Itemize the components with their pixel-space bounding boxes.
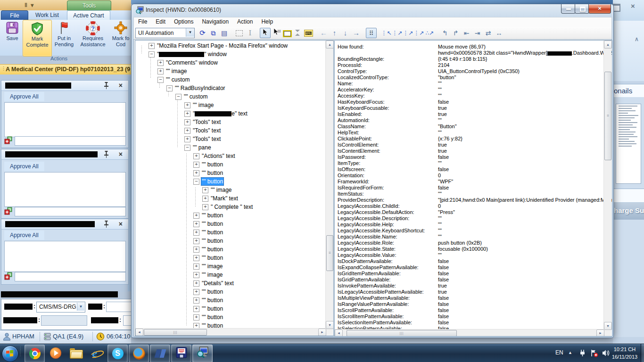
tree-item[interactable]: +"" image bbox=[135, 67, 334, 75]
panel-list-box[interactable] bbox=[4, 172, 126, 207]
tree-item-label[interactable]: "" RadBusyIndicator bbox=[174, 84, 226, 92]
menu-options[interactable]: Options bbox=[170, 17, 198, 26]
collapse-icon[interactable] bbox=[292, 28, 303, 38]
patient-banner[interactable]: ⋮ A Medical Center (PID-DF) hp07102013_2… bbox=[0, 64, 131, 75]
taskbar-item-internet-explorer[interactable]: e bbox=[86, 345, 106, 362]
nav-left-icon[interactable]: ← bbox=[318, 28, 329, 38]
tree-item-label[interactable]: "" button bbox=[201, 228, 224, 237]
thumbnails-panel-header[interactable]: onails bbox=[613, 84, 644, 98]
tree-item[interactable]: +"" image bbox=[135, 101, 334, 109]
save-button[interactable]: Save bbox=[2, 20, 23, 56]
start-button[interactable] bbox=[2, 346, 18, 362]
panel-text-input[interactable] bbox=[15, 272, 126, 281]
tree-vscrollbar[interactable] bbox=[325, 41, 333, 328]
close-panel-icon[interactable]: × bbox=[119, 220, 123, 228]
tree-item-label[interactable]: "Actions" text bbox=[201, 152, 236, 160]
tree-item[interactable]: +"Tools" text bbox=[135, 135, 334, 143]
tree-item[interactable]: +"" button bbox=[135, 288, 334, 296]
tree-item[interactable]: +"" image bbox=[135, 271, 334, 279]
taskbar-item-media-player[interactable] bbox=[46, 345, 65, 362]
tree-item[interactable]: −"" custom bbox=[135, 92, 334, 101]
tree-expand-toggle[interactable]: + bbox=[193, 162, 199, 168]
scroll-thumb[interactable]: ≡ bbox=[326, 235, 333, 271]
approve-all-button[interactable]: Approve All bbox=[4, 162, 44, 171]
tree-item[interactable]: −"" pane bbox=[135, 143, 334, 152]
tree-item[interactable]: +"" button bbox=[135, 313, 334, 321]
taskbar-item-blue-app[interactable] bbox=[150, 345, 170, 362]
nav-up-icon[interactable]: ↑ bbox=[329, 28, 340, 38]
nav-right-icon[interactable]: → bbox=[351, 28, 362, 38]
approve-all-button[interactable]: Approve All bbox=[4, 92, 44, 101]
scroll-up-arrow-icon[interactable]: ▲ bbox=[326, 41, 334, 49]
tree-item-label[interactable]: "" image bbox=[201, 271, 224, 279]
tree-expand-toggle[interactable]: + bbox=[184, 136, 190, 142]
approve-all-button[interactable]: Approve All bbox=[4, 230, 44, 240]
tree-expand-toggle[interactable]: + bbox=[193, 238, 199, 244]
tree-expand-toggle[interactable]: − bbox=[175, 94, 182, 100]
tree-item[interactable]: +"Tools" text bbox=[135, 118, 334, 126]
tree-expand-toggle[interactable]: + bbox=[193, 153, 199, 159]
dock-panel-header[interactable]: × bbox=[1, 219, 128, 230]
volume-tray-icon[interactable] bbox=[602, 349, 610, 357]
tree-item[interactable]: +"" button bbox=[135, 254, 334, 262]
watch-dots-icon[interactable]: ∴↗ bbox=[424, 28, 435, 38]
tree-item-label[interactable]: "" custom bbox=[183, 92, 209, 101]
ibeam-icon[interactable]: I bbox=[245, 28, 256, 38]
tree-item[interactable]: +"" button bbox=[135, 304, 334, 313]
scroll-right-arrow-icon[interactable]: ► bbox=[318, 329, 326, 336]
tree-expand-toggle[interactable]: + bbox=[193, 263, 199, 270]
hover-cursor-icon[interactable]: ▤ bbox=[271, 28, 281, 38]
show-desktop-button[interactable] bbox=[641, 344, 644, 362]
tree-item[interactable]: −"" button bbox=[135, 177, 334, 186]
tree-item-label[interactable]: "" button bbox=[201, 211, 224, 220]
watch-item-icon[interactable]: ⋮↗ bbox=[413, 28, 424, 38]
pin-icon[interactable] bbox=[104, 82, 110, 89]
menu-edit[interactable]: Edit bbox=[151, 17, 170, 26]
taskbar-item-firefox[interactable] bbox=[129, 345, 149, 362]
watch-caret-icon[interactable]: ⋮↖ bbox=[381, 28, 392, 38]
tree-item-label[interactable]: "Mark" text bbox=[210, 194, 239, 203]
tree-item-label[interactable]: "" pane bbox=[192, 143, 212, 152]
pin-icon[interactable] bbox=[104, 221, 110, 228]
tree-item[interactable]: +"" button bbox=[135, 220, 334, 228]
tree-item-label[interactable]: "" button bbox=[201, 313, 224, 321]
tree-item-label[interactable]: "" button bbox=[201, 237, 224, 245]
taskbar-item-inspect[interactable] bbox=[192, 345, 213, 362]
pin-icon[interactable] bbox=[636, 192, 642, 199]
tree-item-label[interactable]: "" button bbox=[201, 220, 224, 228]
power-plug-tray-icon[interactable] bbox=[579, 349, 586, 357]
put-in-pending-button[interactable]: Put inPending bbox=[52, 20, 76, 56]
swap-icon[interactable]: ⇄ bbox=[483, 28, 494, 38]
scroll-thumb[interactable]: ||| bbox=[347, 330, 457, 337]
maximize-button[interactable] bbox=[575, 4, 589, 14]
drg-scheme-dropdown[interactable]: CMS/MS-DRG ▼ bbox=[36, 302, 85, 313]
tree-expand-toggle[interactable]: + bbox=[193, 255, 199, 261]
scroll-thumb[interactable]: ||| bbox=[144, 329, 207, 336]
panel-text-input[interactable] bbox=[15, 136, 126, 146]
tree-expand-toggle[interactable]: + bbox=[193, 306, 199, 312]
close-window-icon[interactable]: × bbox=[631, 2, 635, 10]
close-button[interactable]: × bbox=[588, 4, 611, 14]
tree-expand-toggle[interactable]: + bbox=[184, 119, 190, 125]
tray-clock[interactable]: 10:21 CH 16/11/2013 bbox=[609, 346, 640, 361]
tree-item[interactable]: +"Mark" text bbox=[135, 194, 334, 203]
dropdown-arrow-icon[interactable]: ▼ bbox=[77, 303, 84, 311]
restore-window-icon[interactable] bbox=[613, 4, 620, 12]
tree-item-label[interactable]: " Complete " text bbox=[210, 203, 254, 211]
tree-expand-toggle[interactable]: + bbox=[193, 289, 199, 295]
automation-mode-dropdown[interactable]: UI Automation ▼ bbox=[135, 28, 195, 38]
tray-expand-chevron-icon[interactable]: ▲ bbox=[568, 350, 572, 355]
add-item-icon[interactable] bbox=[4, 207, 13, 215]
taskbar-item-floppy-app[interactable]: -64· bbox=[171, 345, 191, 362]
tree-item[interactable]: +"" button bbox=[135, 211, 334, 220]
scroll-down-arrow-icon[interactable]: ▼ bbox=[326, 321, 334, 329]
tree-item-label[interactable]: "" button bbox=[201, 169, 224, 177]
tree-item-label[interactable]: "Comments" window bbox=[165, 58, 219, 67]
dropdown-arrow-icon[interactable]: ▼ bbox=[186, 28, 194, 37]
tree-item[interactable]: +"" button bbox=[135, 160, 334, 169]
panel-text-input[interactable] bbox=[15, 207, 126, 216]
tab-active-chart[interactable]: Active Chart bbox=[67, 10, 110, 20]
scroll-up-arrow-icon[interactable]: ▲ bbox=[604, 41, 612, 49]
scroll-down-arrow-icon[interactable]: ▼ bbox=[604, 322, 612, 330]
taskbar-item-chrome[interactable] bbox=[25, 345, 45, 362]
